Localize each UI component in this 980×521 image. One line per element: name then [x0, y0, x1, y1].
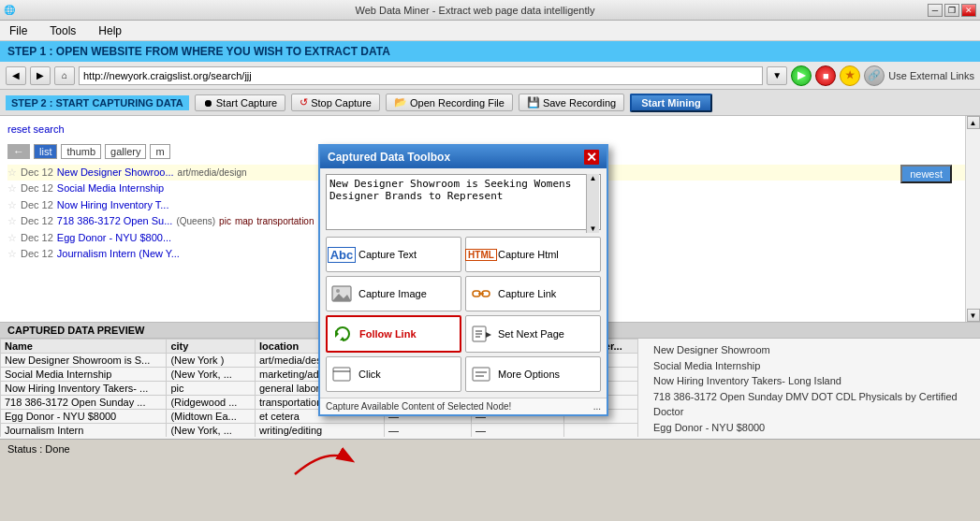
- textarea-scrollbar: ▲ ▼: [586, 174, 599, 233]
- home-button[interactable]: ⌂: [54, 66, 75, 85]
- star-icon[interactable]: ☆: [7, 166, 17, 180]
- preview-right-content: New Designer Showroom Social Media Inter…: [653, 342, 973, 437]
- newest-button[interactable]: newest: [900, 165, 952, 183]
- capture-html-icon: HTML: [470, 243, 492, 266]
- scroll-down-button[interactable]: ▼: [967, 309, 980, 322]
- captured-data-toolbox-modal: Captured Data Toolbox ✕ New Designer Sho…: [318, 144, 608, 416]
- more-options-button[interactable]: More Options: [465, 356, 601, 392]
- set-next-page-button[interactable]: Set Next Page: [465, 315, 601, 353]
- step1-banner: STEP 1 : OPEN WEBSITE FROM WHERE YOU WIS…: [0, 41, 980, 62]
- restore-button[interactable]: ❐: [944, 4, 959, 17]
- nav-back-button[interactable]: ←: [7, 144, 30, 159]
- modal-footer-text: Capture Available Content of Selected No…: [326, 401, 511, 412]
- scroll-up-button[interactable]: ▲: [967, 116, 980, 129]
- modal-close-button[interactable]: ✕: [584, 150, 599, 165]
- listing-link-0[interactable]: New Designer Showroo...: [57, 166, 174, 180]
- view-more-button[interactable]: m: [150, 144, 169, 159]
- modal-title: Captured Data Toolbox: [328, 151, 450, 164]
- start-mining-button[interactable]: Start Mining: [630, 94, 712, 112]
- view-list-button[interactable]: list: [34, 144, 57, 159]
- pic-link[interactable]: pic: [219, 215, 231, 228]
- capture-image-icon: [330, 282, 353, 305]
- captured-text-area[interactable]: New Designer Showroom is Seeking Womens …: [326, 174, 601, 230]
- view-gallery-button[interactable]: gallery: [105, 144, 146, 159]
- star-icon[interactable]: ☆: [7, 231, 17, 245]
- back-button[interactable]: ◀: [6, 66, 26, 85]
- toolbar-row: STEP 2 : START CAPTURING DATA ⏺ Start Ca…: [0, 90, 980, 116]
- listing-link-3[interactable]: 718 386-3172 Open Su...: [57, 214, 173, 228]
- web-controls-row: reset search: [7, 123, 973, 140]
- start-capture-icon: ⏺: [203, 97, 213, 109]
- set-next-page-icon: [470, 323, 492, 345]
- favorite-button[interactable]: ★: [840, 65, 860, 86]
- modal-footer: Capture Available Content of Selected No…: [320, 398, 607, 414]
- click-icon: [330, 363, 353, 385]
- preview-right-panel: New Designer Showroom Social Media Inter…: [646, 339, 980, 437]
- stop-button[interactable]: ■: [815, 65, 836, 86]
- svg-marker-6: [340, 337, 345, 340]
- vertical-scrollbar[interactable]: ▲ ▼: [965, 116, 980, 322]
- stop-capture-icon: ↺: [300, 96, 308, 109]
- listing-link-4[interactable]: Egg Donor - NYU $800...: [57, 231, 171, 245]
- main-area: reset search ← list thumb gallery m ☆ De…: [0, 116, 980, 322]
- svg-marker-12: [486, 332, 491, 338]
- external-link-button[interactable]: 🔗: [864, 65, 885, 86]
- capture-html-button[interactable]: HTML Capture Html: [465, 237, 601, 272]
- start-capture-button[interactable]: ⏺ Start Capture: [195, 94, 285, 111]
- svg-point-1: [336, 289, 340, 293]
- map-link[interactable]: map: [235, 215, 253, 228]
- open-recording-button[interactable]: 📂 Open Recording File: [386, 94, 513, 111]
- follow-link-icon: [331, 323, 354, 345]
- dropdown-button[interactable]: ▼: [767, 66, 787, 85]
- save-recording-icon: 💾: [527, 96, 540, 109]
- capture-text-icon: Abc: [330, 243, 353, 266]
- minimize-button[interactable]: ─: [928, 4, 943, 17]
- forward-button[interactable]: ▶: [30, 66, 51, 85]
- modal-buttons-grid: Abc Capture Text HTML Capture Html C: [326, 237, 601, 392]
- menu-tools[interactable]: Tools: [44, 22, 81, 39]
- menu-help[interactable]: Help: [93, 22, 127, 39]
- menu-bar: File Tools Help: [0, 21, 980, 41]
- star-icon[interactable]: ☆: [7, 214, 17, 228]
- open-recording-icon: 📂: [394, 96, 407, 109]
- col-city: city: [167, 340, 256, 354]
- capture-text-button[interactable]: Abc Capture Text: [326, 237, 461, 272]
- follow-link-button[interactable]: Follow Link: [326, 315, 461, 353]
- address-bar: ◀ ▶ ⌂ ▼ ▶ ■ ★ 🔗 Use External Links: [0, 62, 980, 90]
- window-title: Web Data Miner - Extract web page data i…: [22, 5, 928, 16]
- table-row: Journalism Intern (New York, ... writing…: [1, 424, 638, 438]
- title-bar: 🌐 Web Data Miner - Extract web page data…: [0, 0, 980, 21]
- modal-footer-dots: ...: [593, 401, 601, 412]
- view-thumb-button[interactable]: thumb: [61, 144, 101, 159]
- step2-banner: STEP 2 : START CAPTURING DATA: [6, 95, 189, 110]
- transportation-link[interactable]: transportation: [256, 215, 314, 228]
- app-icon: 🌐: [4, 5, 22, 15]
- go-button[interactable]: ▶: [791, 65, 812, 86]
- close-button[interactable]: ✕: [961, 4, 976, 17]
- listing-link-5[interactable]: Journalism Intern (New Y...: [57, 247, 180, 261]
- star-icon[interactable]: ☆: [7, 247, 17, 261]
- more-options-icon: [470, 363, 492, 385]
- capture-link-icon: [470, 282, 492, 305]
- menu-file[interactable]: File: [4, 22, 33, 39]
- stop-capture-button[interactable]: ↺ Stop Capture: [291, 94, 380, 111]
- listing-link-2[interactable]: Now Hiring Inventory T...: [57, 198, 169, 212]
- modal-header: Captured Data Toolbox ✕: [320, 146, 607, 168]
- modal-body: New Designer Showroom is Seeking Womens …: [320, 168, 607, 398]
- status-text: Status : Done: [7, 443, 70, 455]
- svg-rect-15: [473, 368, 490, 381]
- window-controls: ─ ❐ ✕: [928, 4, 976, 17]
- status-bar: Status : Done: [0, 439, 980, 457]
- listing-link-1[interactable]: Social Media Internship: [57, 181, 164, 195]
- save-recording-button[interactable]: 💾 Save Recording: [519, 94, 624, 111]
- address-input[interactable]: [79, 66, 763, 85]
- capture-link-button[interactable]: Capture Link: [465, 276, 601, 311]
- star-icon[interactable]: ☆: [7, 198, 17, 212]
- click-button[interactable]: Click: [326, 356, 461, 392]
- star-icon[interactable]: ☆: [7, 181, 17, 195]
- use-external-links-label: Use External Links: [888, 70, 974, 81]
- col-name: Name: [1, 340, 167, 354]
- reset-search-link[interactable]: reset search: [7, 123, 65, 135]
- capture-image-button[interactable]: Capture Image: [326, 276, 461, 311]
- modal-textarea-wrapper: New Designer Showroom is Seeking Womens …: [326, 174, 601, 233]
